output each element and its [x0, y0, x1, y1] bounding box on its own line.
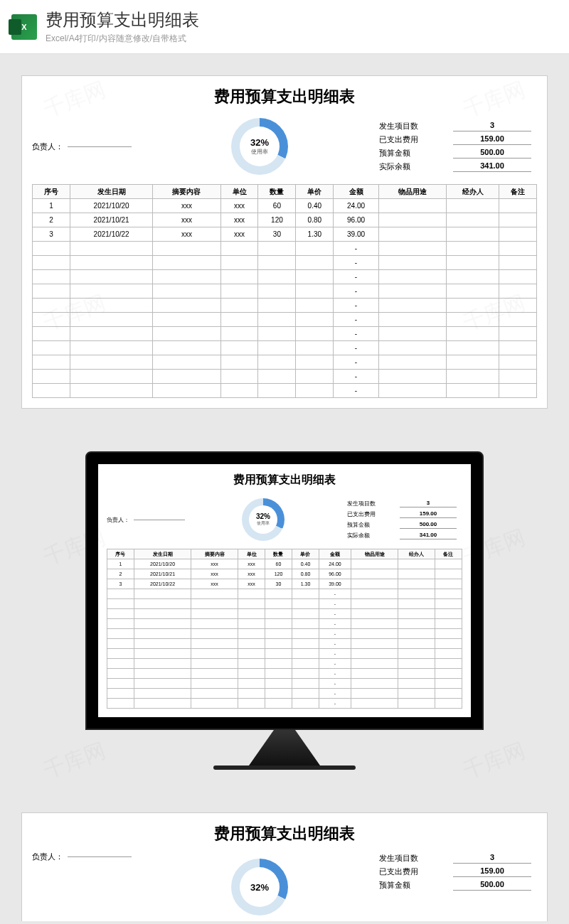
monitor-mockup: 费用预算支出明细表 负责人： 32% 使用率 发生项目数3 已支出费用159.0… — [0, 430, 569, 812]
table-row: 32021/10/22xxxxxx301.3039.00 — [107, 579, 462, 589]
stat-balance: 341.00 — [453, 161, 531, 172]
excel-icon: X — [11, 14, 37, 40]
column-header: 物品用途 — [351, 549, 398, 559]
column-header: 物品用途 — [378, 185, 446, 199]
table-row: - — [107, 649, 462, 659]
column-header: 摘要内容 — [153, 185, 220, 199]
table-row: - — [33, 270, 537, 284]
table-row: - — [33, 370, 537, 384]
table-row: - — [107, 639, 462, 649]
page-subtitle: Excel/A4打印/内容随意修改/自带格式 — [46, 33, 558, 45]
table-row: 12021/10/20xxxxxx600.4024.00 — [107, 559, 462, 569]
stat-item-count: 3 — [453, 121, 531, 131]
column-header: 发生日期 — [70, 185, 153, 199]
table-row: - — [107, 659, 462, 669]
usage-donut-chart: 32% 使用率 — [242, 498, 284, 541]
column-header: 序号 — [33, 185, 70, 199]
column-header: 金额 — [334, 185, 379, 199]
table-row: - — [33, 242, 537, 256]
column-header: 数量 — [265, 549, 292, 559]
table-row: - — [33, 313, 537, 327]
table-row: - — [33, 341, 537, 355]
table-row: 22021/10/21xxxxxx1200.8096.00 — [107, 569, 462, 579]
donut-label: 使用率 — [251, 148, 268, 156]
column-header: 经办人 — [398, 549, 435, 559]
donut-percent: 32% — [250, 137, 269, 148]
usage-donut-chart: 32% 使用率 — [231, 118, 288, 175]
table-row: - — [33, 384, 537, 398]
usage-donut-chart: 32% — [231, 859, 288, 915]
stat-spent: 159.00 — [453, 134, 531, 145]
column-header: 单价 — [296, 185, 334, 199]
column-header: 单价 — [292, 549, 319, 559]
column-header: 序号 — [107, 549, 134, 559]
table-row: 22021/10/21xxxxxx1200.8096.00 — [33, 213, 537, 227]
column-header: 金额 — [319, 549, 351, 559]
table-row: 12021/10/20xxxxxx600.4024.00 — [33, 199, 537, 213]
summary-stats: 发生项目数3 已支出费用159.00 预算金额500.00 实际余额341.00 — [373, 119, 537, 173]
table-row: - — [33, 327, 537, 341]
table-row: - — [107, 619, 462, 629]
table-row: - — [33, 256, 537, 270]
table-row: - — [33, 299, 537, 313]
column-header: 单位 — [238, 549, 265, 559]
column-header: 摘要内容 — [191, 549, 238, 559]
table-row: 32021/10/22xxxxxx301.3039.00 — [33, 227, 537, 242]
page-header: X 费用预算支出明细表 Excel/A4打印/内容随意修改/自带格式 — [0, 0, 569, 54]
table-row: - — [107, 669, 462, 679]
column-header: 单位 — [220, 185, 258, 199]
responsible-label: 负责人： — [32, 141, 146, 152]
table-row: - — [107, 599, 462, 609]
table-row: - — [107, 699, 462, 709]
column-header: 备注 — [435, 549, 462, 559]
table-row: - — [33, 355, 537, 370]
table-row: - — [107, 589, 462, 599]
table-row: - — [33, 284, 537, 299]
table-row: - — [107, 629, 462, 639]
column-header: 数量 — [258, 185, 296, 199]
column-header: 发生日期 — [134, 549, 191, 559]
table-row: - — [107, 679, 462, 689]
column-header: 备注 — [499, 185, 537, 199]
table-row: - — [107, 689, 462, 699]
column-header: 经办人 — [447, 185, 499, 199]
expense-table: 序号发生日期摘要内容单位数量单价金额物品用途经办人备注 12021/10/20x… — [32, 184, 537, 398]
preview-sheet-bottom-crop: 费用预算支出明细表 负责人： 32% 发生项目数3 已支出费用159.00 预算… — [21, 812, 548, 921]
page-title: 费用预算支出明细表 — [46, 9, 558, 31]
stat-budget: 500.00 — [453, 148, 531, 159]
table-row: - — [107, 609, 462, 619]
preview-sheet-top: 费用预算支出明细表 负责人： 32% 使用率 发生项目数3 已支出费用159.0… — [21, 75, 548, 409]
sheet-title: 费用预算支出明细表 — [32, 86, 537, 107]
